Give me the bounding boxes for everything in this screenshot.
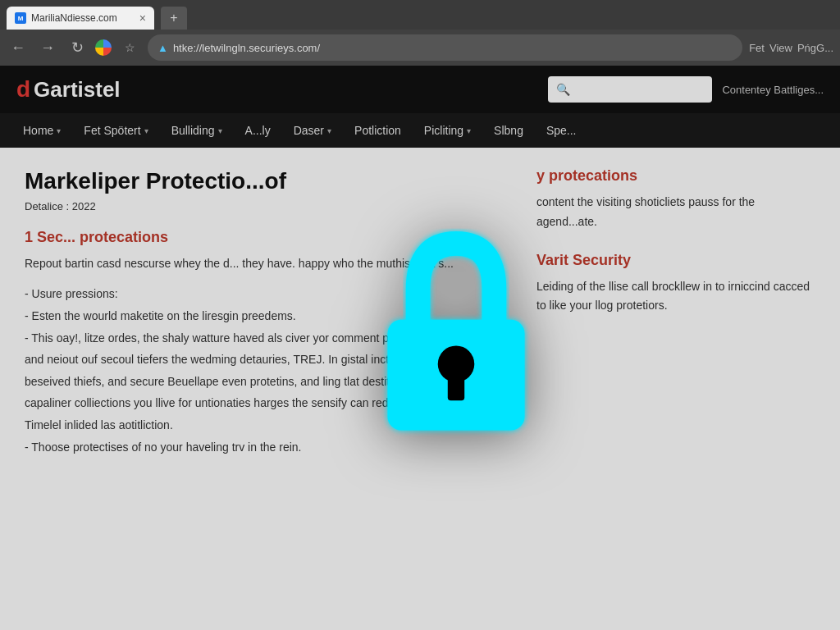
address-text: htke://letwilngln.securieys.com/ xyxy=(173,42,320,54)
browser-tab[interactable]: M MariliaNdiesse.com × xyxy=(7,7,154,30)
tab-bar: M MariliaNdiesse.com × + xyxy=(0,0,840,30)
forward-button[interactable]: → xyxy=(36,36,59,59)
nav-pic-arrow: ▾ xyxy=(467,126,471,135)
tab-favicon: M xyxy=(15,12,26,24)
sidebar-protections-text: content the visiting shoticliets pauss f… xyxy=(536,193,815,232)
nav-item-daser[interactable]: Daser ▾ xyxy=(284,113,341,148)
nav-item-home-label: Home xyxy=(23,124,53,137)
lock-icon xyxy=(366,228,546,441)
content-sidebar: y protecations content the visiting shot… xyxy=(536,167,815,458)
site-search-area: 🔍 Contentey Battliges... xyxy=(548,76,824,103)
meta-separator: : xyxy=(66,200,72,212)
refresh-button[interactable]: ↻ xyxy=(66,36,89,59)
nav-fet-arrow: ▾ xyxy=(144,126,148,135)
search-icon: 🔍 xyxy=(556,83,570,96)
sidebar-protections-heading: y protecations xyxy=(536,167,815,185)
browser-actions: Fet View PńgG... xyxy=(749,42,833,54)
svg-rect-2 xyxy=(448,375,464,401)
meta-label: Detalice xyxy=(25,200,63,212)
settings-link-1[interactable]: Fet xyxy=(749,42,765,54)
sidebar-security-heading: Varit Security xyxy=(536,252,815,269)
new-tab-button[interactable]: + xyxy=(161,7,187,30)
sidebar-protections: y protecations content the visiting shot… xyxy=(536,167,815,232)
lock-overlay xyxy=(366,228,546,445)
nav-item-a[interactable]: A...ly xyxy=(235,113,281,148)
nav-item-spe[interactable]: Spe... xyxy=(536,113,587,148)
nav-item-bulliding[interactable]: Bulliding ▾ xyxy=(162,113,232,148)
browser-chrome: M MariliaNdiesse.com × + ← → ↻ ☆ ▲ htke:… xyxy=(0,0,840,66)
page-title: Markeliper Protectio...of xyxy=(25,167,504,195)
google-icon xyxy=(95,39,112,56)
nav-item-slbng-label: Slbng xyxy=(494,124,523,137)
search-input[interactable] xyxy=(575,84,704,96)
nav-item-picliting[interactable]: Picliting ▾ xyxy=(414,113,481,148)
page-meta: Detalice : 2022 xyxy=(25,200,504,212)
nav-item-fet[interactable]: Fet Spötert ▾ xyxy=(74,113,158,148)
secure-lock-icon: ▲ xyxy=(158,42,168,54)
site-search-box[interactable]: 🔍 xyxy=(548,76,712,103)
tab-label: MariliaNdiesse.com xyxy=(31,12,117,24)
settings-link-2[interactable]: View xyxy=(769,42,792,54)
meta-value: 2022 xyxy=(72,200,96,212)
nav-item-home[interactable]: Home ▾ xyxy=(13,113,71,148)
nav-item-bulliding-label: Bulliding xyxy=(171,124,215,137)
tab-close-button[interactable]: × xyxy=(139,11,146,25)
nav-item-potliction[interactable]: Potliction xyxy=(345,113,411,148)
settings-link-3[interactable]: PńgG... xyxy=(797,42,833,54)
nav-daser-arrow: ▾ xyxy=(327,126,331,135)
header-links: Contentey Battliges... xyxy=(722,84,824,96)
nav-item-a-label: A...ly xyxy=(245,124,271,137)
site-nav: Home ▾ Fet Spötert ▾ Bulliding ▾ A...ly … xyxy=(0,113,840,148)
nav-item-potliction-label: Potliction xyxy=(354,124,401,137)
sidebar-security-text: Leiding of the llise call brockllew in t… xyxy=(536,277,815,317)
nav-item-spe-label: Spe... xyxy=(546,124,577,137)
logo-icon: d xyxy=(16,76,30,103)
bookmark-button[interactable]: ☆ xyxy=(118,36,141,59)
nav-item-slbng[interactable]: Slbng xyxy=(484,113,533,148)
logo-text: Gartistel xyxy=(34,77,121,103)
nav-item-picliting-label: Picliting xyxy=(424,124,463,137)
nav-item-daser-label: Daser xyxy=(294,124,324,137)
nav-bul-arrow: ▾ xyxy=(218,126,222,135)
nav-bar: ← → ↻ ☆ ▲ htke://letwilngln.securieys.co… xyxy=(0,30,840,66)
back-button[interactable]: ← xyxy=(7,36,30,59)
nav-home-arrow: ▾ xyxy=(57,126,61,135)
address-bar[interactable]: ▲ htke://letwilngln.securieys.com/ xyxy=(148,34,742,61)
header-link-1[interactable]: Contentey Battliges... xyxy=(722,84,824,96)
sidebar-security: Varit Security Leiding of the llise call… xyxy=(536,252,815,317)
site-logo: d Gartistel xyxy=(16,76,121,103)
site-header: d Gartistel 🔍 Contentey Battliges... xyxy=(0,66,840,113)
nav-item-fet-label: Fet Spötert xyxy=(84,124,140,137)
